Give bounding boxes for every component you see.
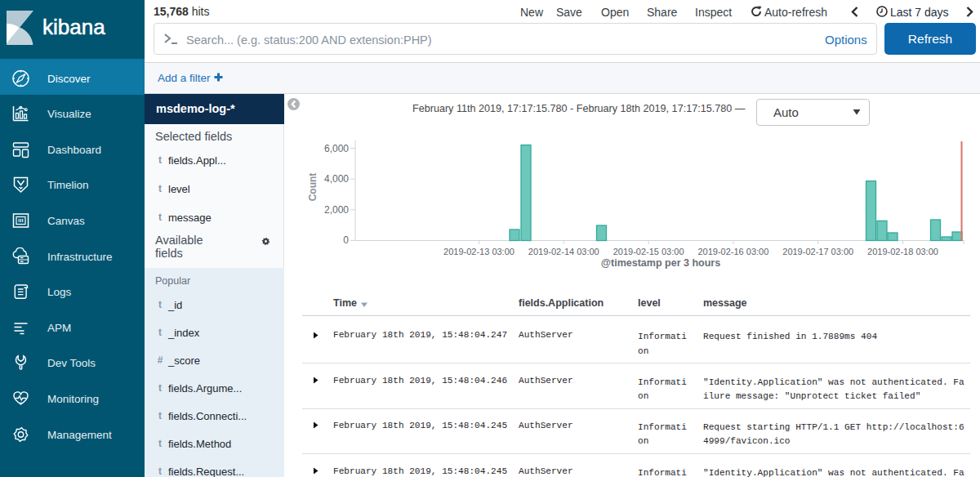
svg-text:2,000: 2,000 — [324, 204, 349, 216]
svg-text:6,000: 6,000 — [324, 143, 349, 154]
svg-text:0: 0 — [343, 234, 349, 246]
svg-text:2019-02-14 03:00: 2019-02-14 03:00 — [528, 247, 599, 256]
svg-text:2019-02-16 03:00: 2019-02-16 03:00 — [697, 247, 768, 256]
svg-text:2019-02-15 03:00: 2019-02-15 03:00 — [613, 247, 684, 256]
svg-text:2019-02-17 03:00: 2019-02-17 03:00 — [782, 247, 853, 256]
svg-text:2019-02-18 03:00: 2019-02-18 03:00 — [867, 247, 938, 256]
svg-text:2019-02-13 03:00: 2019-02-13 03:00 — [443, 247, 514, 256]
svg-text:4,000: 4,000 — [324, 173, 349, 185]
